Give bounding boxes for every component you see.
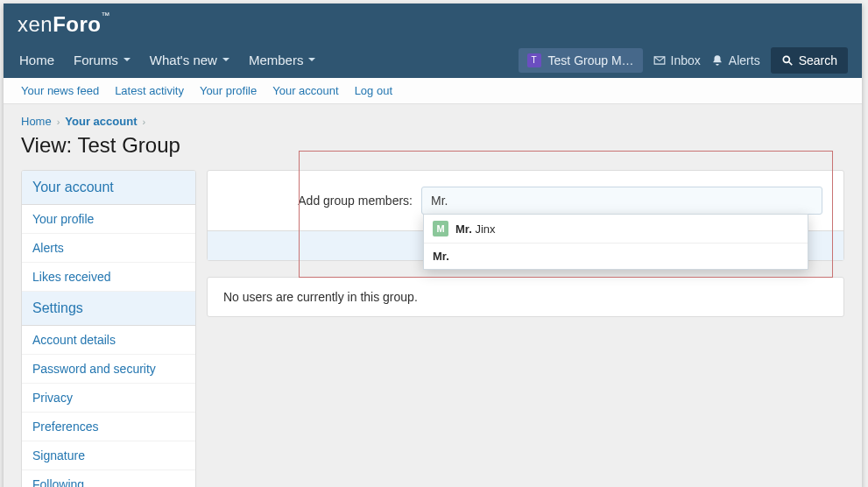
chevron-down-icon xyxy=(222,58,229,65)
breadcrumb-current[interactable]: Your account xyxy=(65,115,137,128)
user-name: Test Group M… xyxy=(548,53,634,67)
subnav-your-profile[interactable]: Your profile xyxy=(200,84,257,97)
sidebar-head-your-account: Your account xyxy=(22,171,195,205)
add-members-label: Add group members: xyxy=(229,194,413,208)
nav-tab-forums[interactable]: Forums xyxy=(72,46,132,74)
inbox-link[interactable]: Inbox xyxy=(653,53,701,67)
nav-tab-members[interactable]: Members xyxy=(247,46,318,74)
subnav-your-account[interactable]: Your account xyxy=(272,84,338,97)
sidebar-account: Your account Your profile Alerts Likes r… xyxy=(21,170,196,487)
avatar: T xyxy=(527,53,541,67)
brand-logo[interactable]: xenForo™ xyxy=(18,12,848,37)
sidebar-item-alerts[interactable]: Alerts xyxy=(22,234,195,263)
search-icon xyxy=(781,54,794,67)
chevron-down-icon xyxy=(123,58,131,65)
subnav-latest-activity[interactable]: Latest activity xyxy=(115,84,184,97)
envelope-icon xyxy=(653,54,666,67)
autocomplete-item[interactable]: Mr. xyxy=(424,243,808,269)
add-members-input[interactable] xyxy=(421,187,822,215)
subnav-news-feed[interactable]: Your news feed xyxy=(21,84,99,97)
sidebar-item-likes-received[interactable]: Likes received xyxy=(22,263,195,292)
nav-tab-whats-new[interactable]: What's new xyxy=(148,46,231,74)
sidebar-item-preferences[interactable]: Preferences xyxy=(22,413,195,441)
chevron-down-icon xyxy=(308,58,315,65)
alerts-link[interactable]: Alerts xyxy=(711,53,760,67)
avatar: M xyxy=(433,221,448,236)
empty-state: No users are currently in this group. xyxy=(207,277,844,317)
autocomplete-item[interactable]: M Mr. Jinx xyxy=(424,215,808,243)
chevron-right-icon: › xyxy=(57,116,60,127)
page-title: View: Test Group xyxy=(4,131,862,170)
sidebar-head-settings: Settings xyxy=(22,292,195,326)
search-button[interactable]: Search xyxy=(771,47,848,74)
autocomplete-dropdown: M Mr. Jinx Mr. xyxy=(423,214,808,270)
sidebar-item-your-profile[interactable]: Your profile xyxy=(22,205,195,234)
sidebar-item-following[interactable]: Following xyxy=(22,470,195,487)
breadcrumb: Home › Your account › xyxy=(4,104,862,131)
sidebar-item-account-details[interactable]: Account details xyxy=(22,326,195,355)
bell-icon xyxy=(711,54,723,67)
sidebar-item-password-security[interactable]: Password and security xyxy=(22,355,195,384)
nav-tab-home[interactable]: Home xyxy=(18,46,56,74)
chevron-right-icon: › xyxy=(142,116,145,127)
subnav-log-out[interactable]: Log out xyxy=(355,84,392,97)
sidebar-item-privacy[interactable]: Privacy xyxy=(22,384,195,413)
breadcrumb-home[interactable]: Home xyxy=(21,115,52,128)
subnav: Your news feed Latest activity Your prof… xyxy=(4,78,862,104)
user-menu[interactable]: T Test Group M… xyxy=(519,48,643,73)
svg-line-1 xyxy=(788,61,792,65)
sidebar-item-signature[interactable]: Signature xyxy=(22,441,195,470)
svg-point-0 xyxy=(783,56,789,62)
